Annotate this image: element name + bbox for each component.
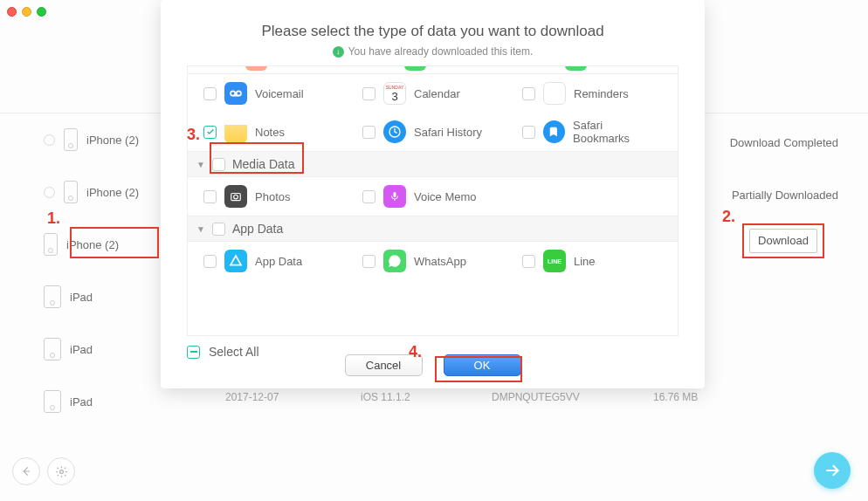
item-whatsapp[interactable]: WhatsApp <box>347 250 506 272</box>
tablet-icon <box>44 285 61 308</box>
item-safari-bookmarks[interactable]: Safari Bookmarks <box>506 119 659 145</box>
back-button[interactable] <box>12 457 40 485</box>
voicemail-icon <box>224 82 247 105</box>
downloaded-icon: ↓ <box>333 46 344 58</box>
checkbox[interactable] <box>362 190 375 203</box>
arrow-left-icon <box>20 465 32 477</box>
select-all-row[interactable]: Select All <box>187 345 259 359</box>
facetime-icon <box>565 66 587 71</box>
section-label: App Data <box>232 222 283 236</box>
settings-button[interactable] <box>47 457 75 485</box>
checkbox[interactable] <box>203 255 217 268</box>
phone-icon <box>64 181 78 203</box>
phone-icon <box>64 128 78 151</box>
device-row[interactable]: iPad <box>44 283 157 311</box>
checkbox[interactable] <box>522 126 535 139</box>
backup-table-row: 2017-12-07 iOS 11.1.2 DMPNQUTEG5VV 16.76… <box>225 391 698 403</box>
step-3-label: 3. <box>187 126 200 144</box>
modal-title: Please select the type of data you want … <box>161 0 705 40</box>
window-controls <box>7 7 46 17</box>
backup-os: iOS 11.1.2 <box>361 391 492 403</box>
item-label: App Data <box>255 255 302 268</box>
device-label: iPhone (2) <box>86 186 139 199</box>
data-row: App Data WhatsApp LINE Line <box>188 242 678 280</box>
step-4-label: 4. <box>409 343 422 361</box>
reminders-icon <box>543 82 566 105</box>
tablet-icon <box>44 338 61 360</box>
minimize-window-icon[interactable] <box>22 7 31 17</box>
item-photos[interactable]: Photos <box>188 185 347 208</box>
checkbox[interactable] <box>362 126 375 139</box>
status-partial: Partially Downloaded <box>707 189 838 202</box>
step-1-label: 1. <box>47 209 60 228</box>
data-type-modal: Please select the type of data you want … <box>161 0 705 388</box>
device-row[interactable]: iPhone (2) <box>44 178 157 206</box>
item-line[interactable]: LINE Line <box>506 250 659 272</box>
item-label: Voice Memo <box>414 190 477 203</box>
chevron-down-icon[interactable]: ▼ <box>196 224 205 234</box>
contacts-icon <box>245 66 267 71</box>
svg-point-5 <box>234 195 238 199</box>
step-3-highlight <box>210 142 304 174</box>
safari-bookmarks-icon <box>543 120 565 143</box>
item-safari-history[interactable]: Safari History <box>347 120 506 143</box>
device-label: iPad <box>70 343 93 356</box>
item-label: Line <box>574 255 596 268</box>
select-all-label: Select All <box>209 345 259 359</box>
proceed-button[interactable] <box>814 452 851 489</box>
whatsapp-icon <box>383 250 406 272</box>
item-calendar[interactable]: SUNDAY3 Calendar <box>347 82 506 105</box>
device-row[interactable]: iPad <box>44 388 157 415</box>
chevron-down-icon[interactable]: ▼ <box>196 160 205 169</box>
tablet-icon <box>44 390 61 413</box>
checkbox[interactable] <box>362 87 375 100</box>
checkbox[interactable] <box>522 87 535 100</box>
voice-memo-icon <box>383 185 406 208</box>
checkbox[interactable] <box>362 255 375 268</box>
checkbox-indeterminate[interactable] <box>187 346 200 359</box>
app-store-icon <box>224 250 247 272</box>
line-icon: LINE <box>543 250 566 272</box>
phone-icon <box>44 233 58 256</box>
item-label: Safari Bookmarks <box>573 119 659 145</box>
maximize-window-icon[interactable] <box>37 7 46 17</box>
photos-icon <box>224 185 247 208</box>
calendar-icon: SUNDAY3 <box>383 82 406 105</box>
item-voice-memo[interactable]: Voice Memo <box>347 185 506 208</box>
step-1-highlight <box>70 227 159 258</box>
item-notes[interactable]: Notes <box>188 120 347 143</box>
checkbox[interactable] <box>203 126 217 139</box>
step-2-highlight <box>742 223 824 258</box>
radio-icon[interactable] <box>44 187 55 198</box>
item-reminders[interactable]: Reminders <box>506 82 659 105</box>
scroll-peek-row <box>188 66 678 74</box>
data-row: Photos Voice Memo <box>188 177 678 216</box>
device-sidebar: iPhone (2) iPhone (2) iPhone (2) iPad iP… <box>44 126 157 440</box>
modal-subtitle-text: You have already downloaded this item. <box>348 45 534 58</box>
radio-icon[interactable] <box>44 134 55 146</box>
device-label: iPad <box>70 395 93 408</box>
step-2-label: 2. <box>722 208 735 226</box>
checkbox[interactable] <box>203 87 217 100</box>
data-type-list[interactable]: Voicemail SUNDAY3 Calendar Reminders Not… <box>187 65 679 336</box>
item-voicemail[interactable]: Voicemail <box>188 82 347 105</box>
messages-icon <box>404 66 426 71</box>
modal-subtitle: ↓ You have already downloaded this item. <box>161 45 705 58</box>
backup-date: 2017-12-07 <box>225 391 361 403</box>
device-label: iPad <box>70 291 93 304</box>
status-completed: Download Completed <box>707 136 838 149</box>
close-window-icon[interactable] <box>7 7 17 17</box>
backup-size: 16.76 MB <box>653 391 698 403</box>
item-label: Photos <box>255 190 290 203</box>
item-app-data[interactable]: App Data <box>188 250 347 272</box>
section-app-data[interactable]: ▼ App Data <box>188 216 678 242</box>
item-label: WhatsApp <box>414 255 466 268</box>
device-row[interactable]: iPhone (2) <box>44 126 157 154</box>
device-row[interactable]: iPad <box>44 335 157 363</box>
checkbox[interactable] <box>522 255 535 268</box>
checkbox[interactable] <box>203 190 217 203</box>
svg-point-0 <box>59 470 63 473</box>
gear-icon <box>55 465 68 478</box>
data-row: Voicemail SUNDAY3 Calendar Reminders <box>188 74 678 113</box>
checkbox[interactable] <box>212 223 225 236</box>
